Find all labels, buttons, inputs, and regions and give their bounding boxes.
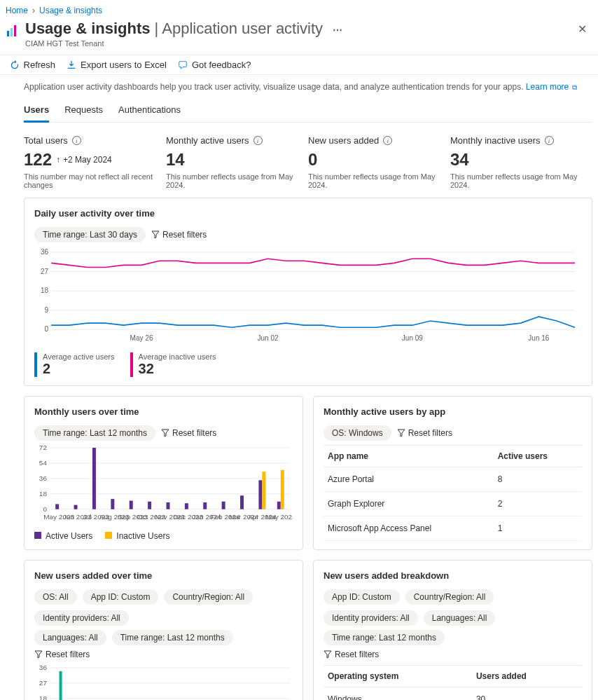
filter-time-range[interactable]: Time range: Last 12 months [112,630,233,645]
command-bar: » Refresh Export users to Excel Got feed… [0,55,598,75]
reset-filters-button[interactable]: Reset filters [151,230,207,240]
tab-requests[interactable]: Requests [64,102,103,122]
title-sub: Application user activity [162,20,323,37]
svg-text:36: 36 [39,474,48,482]
tab-authentications[interactable]: Authentications [118,102,181,122]
metric-new-users: New users addedi 0 This number reflects … [308,135,450,189]
info-icon[interactable]: i [383,136,392,145]
learn-more-link[interactable]: Learn more ⧉ [526,82,577,92]
table-row[interactable]: Windows30 [324,687,582,700]
metric-monthly-inactive: Monthly inactive usersi 34 This number r… [450,135,592,189]
svg-text:Jun 09: Jun 09 [402,334,424,342]
svg-text:9: 9 [45,306,49,314]
card-new-users-breakdown: New users added breakdown App ID: Custom… [313,560,592,700]
info-icon[interactable]: i [545,136,554,145]
svg-text:72: 72 [39,445,48,451]
col-active-users: Active users [494,446,582,467]
card-title: New users added breakdown [324,570,582,581]
card-title: Monthly users over time [34,406,293,417]
info-icon[interactable]: i [253,136,263,145]
svg-rect-40 [166,502,169,509]
svg-rect-50 [258,481,262,509]
filter-languages[interactable]: Languages: All [34,630,106,645]
svg-rect-32 [92,448,96,509]
svg-text:54: 54 [39,459,48,467]
mau-by-app-table: App name Active users Azure Portal8Graph… [324,445,582,541]
col-users-added: Users added [472,666,582,687]
tabs: Users Requests Authentications [24,102,592,123]
col-os: Operating system [324,666,472,687]
daily-activity-chart: 09182736May 26Jun 02Jun 09Jun 16 [34,247,582,345]
svg-text:Jun 16: Jun 16 [528,334,550,342]
card-mau-by-app: Monthly active users by app OS: Windows … [313,396,592,550]
filter-country[interactable]: Country/Region: All [405,589,494,605]
reset-filters-button[interactable]: Reset filters [161,428,216,438]
svg-text:0: 0 [45,325,49,333]
reset-filters-button[interactable]: Reset filters [324,650,582,659]
refresh-button[interactable]: Refresh [10,60,56,70]
svg-rect-46 [222,502,225,509]
filter-reset-icon [161,429,169,437]
breadcrumb: Home › Usage & insights [0,6,598,20]
feedback-button[interactable]: Got feedback? [178,60,251,70]
svg-rect-44 [203,502,207,509]
svg-text:18: 18 [39,490,48,497]
external-link-icon: ⧉ [570,83,577,91]
svg-text:27: 27 [41,268,49,275]
svg-text:18: 18 [41,287,49,294]
reset-filters-button[interactable]: Reset filters [34,650,293,659]
filter-time-range[interactable]: Time range: Last 12 months [324,630,445,645]
card-title: Daily user activity over time [34,208,582,219]
avg-inactive-stat: Average inactive users 32 [130,352,216,377]
close-icon[interactable]: ✕ [572,20,592,39]
trend-up-icon: ↑ +2 May 2024 [56,155,112,165]
svg-rect-2 [14,25,16,36]
avg-active-stat: Average active users 2 [34,352,115,377]
breadcrumb-current[interactable]: Usage & insights [39,6,102,15]
legend-inactive: Inactive Users [105,531,169,541]
filter-os[interactable]: OS: Windows [324,425,391,441]
filter-idp[interactable]: Identity providers: All [324,610,418,626]
tab-users[interactable]: Users [24,102,49,123]
svg-rect-1 [11,28,13,36]
reset-filters-button[interactable]: Reset filters [397,428,452,438]
metric-total-users: Total usersi 122↑ +2 May 2024 This numbe… [24,135,166,189]
info-icon[interactable]: i [72,136,81,145]
svg-text:18: 18 [39,694,48,700]
svg-rect-0 [7,31,9,36]
filter-os[interactable]: OS: All [34,589,77,605]
card-monthly-users: Monthly users over time Time range: Last… [24,396,303,550]
svg-rect-38 [148,502,151,509]
card-title: Monthly active users by app [324,406,582,417]
filter-idp[interactable]: Identity providers: All [34,610,129,626]
tenant-name: CIAM HGT Test Tenant [25,39,572,48]
table-row[interactable]: Azure Portal8 [324,467,582,492]
metric-monthly-active: Monthly active usersi 14 This number ref… [166,135,308,189]
filter-time-range[interactable]: Time range: Last 30 days [34,227,146,242]
table-row[interactable]: Microsoft App Access Panel1 [324,516,582,541]
export-button[interactable]: Export users to Excel [67,60,167,70]
svg-rect-42 [185,504,188,510]
filter-app-id[interactable]: App ID: Custom [324,589,400,605]
page-header: Usage & insights | Application user acti… [0,20,598,48]
col-app-name: App name [324,446,494,467]
svg-rect-51 [262,472,265,509]
more-icon[interactable]: ⋯ [333,25,342,36]
table-row[interactable]: Graph Explorer2 [324,492,582,516]
svg-rect-53 [277,502,281,509]
svg-text:Jun 02: Jun 02 [258,334,279,342]
breadcrumb-home[interactable]: Home [6,6,28,15]
chevron-right-icon: › [32,6,35,15]
filter-reset-icon [34,650,43,659]
svg-rect-36 [130,501,133,509]
filter-app-id[interactable]: App ID: Custom [83,589,159,605]
svg-rect-30 [74,505,78,509]
filter-time-range[interactable]: Time range: Last 12 months [34,425,155,441]
refresh-icon [10,60,20,70]
monthly-users-chart: 018365472May 2023Jun 2023Jul 2023Aug 202… [34,445,293,522]
metrics-row: Total usersi 122↑ +2 May 2024 This numbe… [24,135,592,189]
svg-text:May 26: May 26 [130,334,153,342]
filter-languages[interactable]: Languages: All [424,610,496,626]
filter-reset-icon [151,231,160,239]
filter-country[interactable]: Country/Region: All [164,589,253,605]
